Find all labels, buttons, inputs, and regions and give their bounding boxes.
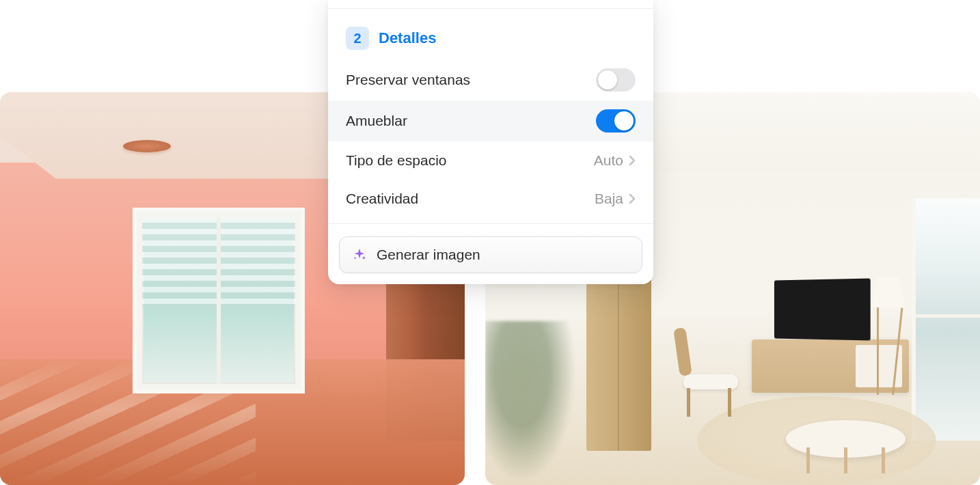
- panel-header: 2 Detalles: [328, 9, 653, 59]
- settings-panel: 2 Detalles Preservar ventanas Amueblar T…: [328, 0, 653, 284]
- furnish-toggle[interactable]: [596, 109, 636, 133]
- space-type-row[interactable]: Tipo de espacio Auto: [328, 141, 653, 180]
- preserve-windows-row[interactable]: Preservar ventanas: [328, 59, 653, 100]
- space-type-label: Tipo de espacio: [346, 152, 446, 169]
- sparkle-icon: [352, 247, 367, 262]
- chevron-right-icon: [629, 155, 636, 166]
- space-type-value: Auto: [594, 152, 623, 169]
- chevron-right-icon: [629, 193, 636, 204]
- generate-image-button[interactable]: Generar imagen: [339, 236, 642, 273]
- preserve-windows-toggle[interactable]: [596, 68, 636, 92]
- step-number-badge: 2: [346, 27, 369, 50]
- furnish-row[interactable]: Amueblar: [328, 100, 653, 141]
- creativity-value: Baja: [595, 191, 623, 207]
- creativity-row[interactable]: Creatividad Baja: [328, 180, 653, 218]
- furnish-label: Amueblar: [346, 113, 407, 129]
- step-title: Detalles: [379, 29, 436, 47]
- generate-button-label: Generar imagen: [377, 247, 480, 263]
- preserve-windows-label: Preservar ventanas: [346, 72, 470, 88]
- creativity-label: Creatividad: [346, 191, 418, 207]
